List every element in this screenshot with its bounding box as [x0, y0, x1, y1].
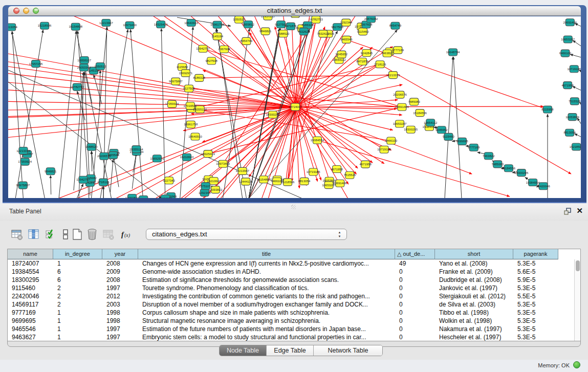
- svg-text:90975887: 90975887: [16, 184, 30, 187]
- column-header-title[interactable]: title: [138, 249, 395, 259]
- svg-text:20691406: 20691406: [563, 21, 577, 24]
- table-selector-combobox[interactable]: citations_edges.txt ▲▼: [146, 229, 347, 240]
- svg-text:9846821: 9846821: [45, 170, 57, 173]
- cell-in_degree: 6: [53, 268, 102, 276]
- close-window-button[interactable]: [13, 8, 19, 14]
- tab-network-table[interactable]: Network Table: [313, 345, 382, 356]
- svg-text:18640910: 18640910: [184, 21, 198, 25]
- cell-in_degree: 1: [53, 259, 102, 268]
- svg-text:12213967: 12213967: [99, 21, 113, 25]
- float-panel-icon[interactable]: [563, 207, 572, 215]
- table-row[interactable]: 977716911998Corpus callosum shape and si…: [8, 309, 558, 317]
- cell-name: 19384554: [8, 268, 53, 276]
- zoom-window-button[interactable]: [33, 8, 39, 14]
- row-selection-icon[interactable]: [44, 228, 57, 241]
- svg-text:12444138: 12444138: [159, 197, 172, 198]
- cell-in_degree: 1: [53, 309, 102, 317]
- svg-text:(x): (x): [124, 232, 130, 238]
- column-header-pagerank[interactable]: pagerank: [513, 249, 558, 259]
- function-builder-icon[interactable]: f(x): [120, 228, 133, 241]
- combobox-arrows-icon: ▲▼: [337, 230, 342, 238]
- delete-table-icon[interactable]: [102, 228, 115, 241]
- svg-text:1145194: 1145194: [211, 35, 224, 38]
- cell-pagerank: 5.3E-5: [513, 333, 558, 341]
- svg-text:16648784: 16648784: [446, 51, 460, 54]
- table-row[interactable]: 1872400712008Changes of HCN gene express…: [8, 259, 558, 268]
- svg-text:9227343: 9227343: [138, 198, 150, 199]
- table-row[interactable]: 946362711997Embryonic stem cells: a mode…: [8, 333, 558, 341]
- table-row[interactable]: 946554611997Estimation of the future num…: [8, 325, 558, 333]
- svg-text:10653287: 10653287: [393, 122, 407, 125]
- table-scrollbar[interactable]: [574, 259, 580, 341]
- svg-text:6466100: 6466100: [271, 180, 283, 183]
- new-column-icon[interactable]: [71, 228, 84, 241]
- cell-short: Jankovic et al. (1997): [435, 284, 513, 292]
- cell-title: Investigating the contribution of common…: [138, 292, 395, 300]
- svg-text:8813054: 8813054: [298, 180, 311, 183]
- svg-text:18640910: 18640910: [188, 135, 202, 138]
- cell-in_degree: 1: [53, 325, 102, 333]
- cell-year: 1998: [102, 317, 138, 325]
- panel-resize-grip[interactable]: [291, 205, 296, 209]
- table-row[interactable]: 2242004622012Investigating the contribut…: [8, 292, 558, 300]
- table-row[interactable]: 969969511998Structural magnetic resonanc…: [8, 317, 558, 325]
- svg-text:15184556: 15184556: [413, 112, 427, 115]
- cell-title: Tourette syndrome. Phenomenology and cla…: [138, 284, 395, 292]
- svg-text:18300295: 18300295: [404, 128, 418, 131]
- svg-text:16961758: 16961758: [184, 123, 198, 126]
- memory-status-indicator[interactable]: [573, 361, 580, 368]
- column-header-in_degree[interactable]: in_degree: [53, 249, 102, 259]
- table-row[interactable]: 1938455462009Genome-wide association stu…: [8, 268, 558, 276]
- tab-edge-table[interactable]: Edge Table: [266, 345, 313, 356]
- svg-text:12213967: 12213967: [235, 169, 249, 172]
- table-scrollbar-thumb[interactable]: [576, 260, 580, 271]
- column-visibility-icon[interactable]: [27, 228, 40, 241]
- cell-pagerank: 5.9E-5: [513, 276, 558, 284]
- svg-text:7515526: 7515526: [344, 173, 356, 177]
- panel-title: Table Panel: [9, 208, 41, 215]
- tab-node-table[interactable]: Node Table: [220, 345, 266, 356]
- svg-text:9846821: 9846821: [259, 30, 272, 33]
- column-header-out_de[interactable]: △ out_de...: [395, 249, 435, 259]
- table-panel-body: citations_edges.txt ▲▼ f(x) namein_degre…: [0, 221, 588, 360]
- table-row[interactable]: 1456911722003Disruption of a novel membe…: [8, 300, 558, 309]
- svg-text:15751074: 15751074: [199, 185, 212, 188]
- cell-title: Genome-wide association studies in ADHD.: [138, 268, 395, 276]
- svg-text:18325419: 18325419: [201, 152, 215, 156]
- svg-text:10719185: 10719185: [377, 148, 391, 151]
- column-header-name[interactable]: name: [8, 249, 53, 259]
- svg-text:12444138: 12444138: [239, 180, 253, 183]
- svg-text:7485083: 7485083: [408, 100, 420, 103]
- svg-text:15692971: 15692971: [179, 72, 192, 75]
- delete-column-icon[interactable]: [85, 228, 99, 241]
- svg-text:16053809: 16053809: [565, 116, 579, 119]
- cell-name: 9699695: [8, 317, 53, 325]
- network-canvas[interactable]: 2069140610653287646610010719185467195875…: [8, 16, 581, 198]
- svg-text:7485083: 7485083: [492, 163, 504, 166]
- minimize-window-button[interactable]: [23, 8, 29, 14]
- svg-text:6466100: 6466100: [559, 52, 572, 55]
- cell-year: 1997: [102, 333, 138, 341]
- column-header-year[interactable]: year: [102, 249, 138, 259]
- window-titlebar[interactable]: citations_edges.txt: [8, 6, 581, 16]
- table-settings-icon[interactable]: [10, 228, 24, 241]
- svg-text:9827508: 9827508: [206, 59, 218, 62]
- svg-text:7632621: 7632621: [298, 30, 310, 33]
- cell-out_de: 0: [395, 284, 435, 292]
- cell-title: Corpus callosum shape and size in male p…: [138, 309, 395, 317]
- cell-short: Hescheler et al. (1997): [435, 333, 513, 341]
- status-bar: Memory: OK: [0, 360, 588, 372]
- cell-year: 1998: [102, 309, 138, 317]
- column-header-short[interactable]: short: [435, 249, 513, 259]
- close-panel-icon[interactable]: ✕: [576, 207, 583, 215]
- svg-text:16154808: 16154808: [257, 178, 271, 181]
- svg-text:13942757: 13942757: [196, 47, 210, 50]
- svg-text:20206576: 20206576: [393, 93, 407, 96]
- table-row[interactable]: 911546021997Tourette syndrome. Phenomeno…: [8, 284, 558, 292]
- svg-text:7515526: 7515526: [569, 100, 581, 103]
- svg-text:10653287: 10653287: [561, 38, 575, 41]
- svg-text:17016504: 17016504: [183, 104, 197, 107]
- cell-name: 18300295: [8, 276, 53, 284]
- table-row[interactable]: 1830029562008Estimation of significance …: [8, 276, 558, 284]
- svg-text:1292344: 1292344: [199, 191, 211, 194]
